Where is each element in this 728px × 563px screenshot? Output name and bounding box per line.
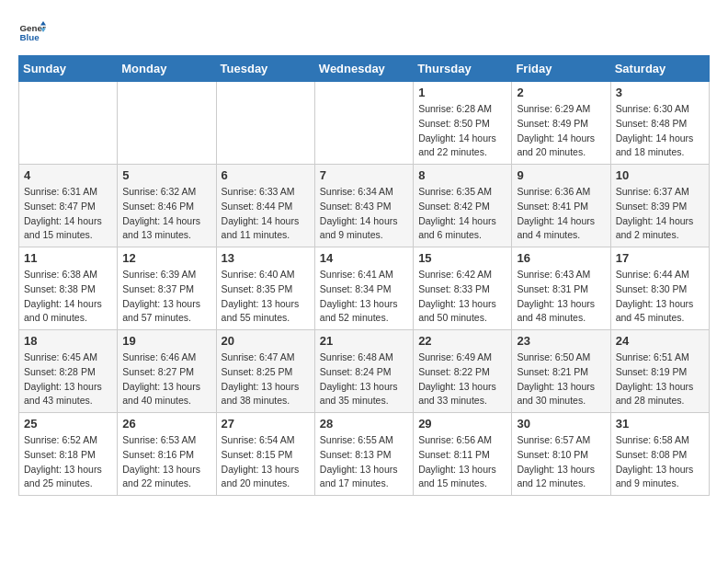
day-cell: 6Sunrise: 6:33 AMSunset: 8:44 PMDaylight… bbox=[216, 165, 314, 247]
day-number: 27 bbox=[222, 417, 310, 431]
day-cell: 9Sunrise: 6:36 AMSunset: 8:41 PMDaylight… bbox=[512, 165, 610, 247]
day-number: 12 bbox=[122, 251, 210, 265]
calendar-body: 1Sunrise: 6:28 AMSunset: 8:50 PMDaylight… bbox=[19, 82, 710, 496]
day-cell: 20Sunrise: 6:47 AMSunset: 8:25 PMDayligh… bbox=[216, 330, 314, 413]
day-cell: 28Sunrise: 6:55 AMSunset: 8:13 PMDayligh… bbox=[314, 413, 413, 496]
day-number: 26 bbox=[122, 417, 210, 431]
day-info: Sunrise: 6:39 AMSunset: 8:37 PMDaylight:… bbox=[122, 268, 210, 326]
day-info: Sunrise: 6:37 AMSunset: 8:39 PMDaylight:… bbox=[616, 185, 704, 243]
day-info: Sunrise: 6:31 AMSunset: 8:47 PMDaylight:… bbox=[24, 185, 112, 243]
day-number: 25 bbox=[24, 417, 112, 431]
weekday-header-wednesday: Wednesday bbox=[314, 56, 413, 82]
day-info: Sunrise: 6:53 AMSunset: 8:16 PMDaylight:… bbox=[122, 433, 210, 491]
weekday-header-tuesday: Tuesday bbox=[216, 56, 314, 82]
day-cell: 15Sunrise: 6:42 AMSunset: 8:33 PMDayligh… bbox=[414, 247, 512, 330]
week-row-4: 18Sunrise: 6:45 AMSunset: 8:28 PMDayligh… bbox=[19, 330, 710, 413]
day-info: Sunrise: 6:44 AMSunset: 8:30 PMDaylight:… bbox=[616, 268, 704, 326]
day-number: 13 bbox=[222, 251, 310, 265]
day-cell: 10Sunrise: 6:37 AMSunset: 8:39 PMDayligh… bbox=[610, 165, 709, 247]
day-info: Sunrise: 6:38 AMSunset: 8:38 PMDaylight:… bbox=[24, 268, 112, 326]
day-number: 22 bbox=[418, 334, 506, 348]
day-number: 3 bbox=[616, 86, 704, 99]
day-number: 31 bbox=[616, 417, 704, 431]
day-cell: 2Sunrise: 6:29 AMSunset: 8:49 PMDaylight… bbox=[512, 82, 610, 165]
day-number: 14 bbox=[320, 251, 408, 265]
day-number: 29 bbox=[418, 417, 506, 431]
day-cell: 24Sunrise: 6:51 AMSunset: 8:19 PMDayligh… bbox=[610, 330, 709, 413]
weekday-header-friday: Friday bbox=[512, 56, 610, 82]
calendar-table: SundayMondayTuesdayWednesdayThursdayFrid… bbox=[18, 55, 710, 496]
day-cell: 21Sunrise: 6:48 AMSunset: 8:24 PMDayligh… bbox=[314, 330, 413, 413]
day-info: Sunrise: 6:50 AMSunset: 8:21 PMDaylight:… bbox=[517, 350, 605, 408]
day-cell: 18Sunrise: 6:45 AMSunset: 8:28 PMDayligh… bbox=[19, 330, 118, 413]
day-cell: 13Sunrise: 6:40 AMSunset: 8:35 PMDayligh… bbox=[216, 247, 314, 330]
day-cell bbox=[118, 82, 216, 165]
logo-icon: General Blue bbox=[18, 18, 46, 46]
weekday-header-sunday: Sunday bbox=[19, 56, 118, 82]
day-number: 21 bbox=[320, 334, 408, 348]
day-number: 10 bbox=[616, 168, 704, 182]
day-info: Sunrise: 6:51 AMSunset: 8:19 PMDaylight:… bbox=[616, 350, 704, 408]
day-info: Sunrise: 6:46 AMSunset: 8:27 PMDaylight:… bbox=[122, 350, 210, 408]
day-cell: 19Sunrise: 6:46 AMSunset: 8:27 PMDayligh… bbox=[118, 330, 216, 413]
day-cell: 31Sunrise: 6:58 AMSunset: 8:08 PMDayligh… bbox=[610, 413, 709, 496]
day-number: 11 bbox=[24, 251, 112, 265]
day-cell: 26Sunrise: 6:53 AMSunset: 8:16 PMDayligh… bbox=[118, 413, 216, 496]
weekday-header-monday: Monday bbox=[118, 56, 216, 82]
week-row-2: 4Sunrise: 6:31 AMSunset: 8:47 PMDaylight… bbox=[19, 165, 710, 247]
day-info: Sunrise: 6:32 AMSunset: 8:46 PMDaylight:… bbox=[122, 185, 210, 243]
week-row-1: 1Sunrise: 6:28 AMSunset: 8:50 PMDaylight… bbox=[19, 82, 710, 165]
day-info: Sunrise: 6:34 AMSunset: 8:43 PMDaylight:… bbox=[320, 185, 408, 243]
day-number: 28 bbox=[320, 417, 408, 431]
day-cell bbox=[216, 82, 314, 165]
weekday-header-thursday: Thursday bbox=[414, 56, 512, 82]
day-number: 7 bbox=[320, 168, 408, 182]
day-cell: 27Sunrise: 6:54 AMSunset: 8:15 PMDayligh… bbox=[216, 413, 314, 496]
day-number: 16 bbox=[517, 251, 605, 265]
day-cell: 14Sunrise: 6:41 AMSunset: 8:34 PMDayligh… bbox=[314, 247, 413, 330]
day-cell: 11Sunrise: 6:38 AMSunset: 8:38 PMDayligh… bbox=[19, 247, 118, 330]
day-info: Sunrise: 6:29 AMSunset: 8:49 PMDaylight:… bbox=[517, 102, 605, 160]
day-number: 8 bbox=[418, 168, 506, 182]
logo: General Blue bbox=[18, 18, 46, 46]
weekday-header-saturday: Saturday bbox=[610, 56, 709, 82]
day-info: Sunrise: 6:54 AMSunset: 8:15 PMDaylight:… bbox=[222, 433, 310, 491]
week-row-3: 11Sunrise: 6:38 AMSunset: 8:38 PMDayligh… bbox=[19, 247, 710, 330]
day-number: 19 bbox=[122, 334, 210, 348]
day-info: Sunrise: 6:35 AMSunset: 8:42 PMDaylight:… bbox=[418, 185, 506, 243]
day-number: 15 bbox=[418, 251, 506, 265]
day-cell: 29Sunrise: 6:56 AMSunset: 8:11 PMDayligh… bbox=[414, 413, 512, 496]
day-number: 23 bbox=[517, 334, 605, 348]
day-info: Sunrise: 6:58 AMSunset: 8:08 PMDaylight:… bbox=[616, 433, 704, 491]
day-info: Sunrise: 6:36 AMSunset: 8:41 PMDaylight:… bbox=[517, 185, 605, 243]
day-cell: 22Sunrise: 6:49 AMSunset: 8:22 PMDayligh… bbox=[414, 330, 512, 413]
day-info: Sunrise: 6:48 AMSunset: 8:24 PMDaylight:… bbox=[320, 350, 408, 408]
day-info: Sunrise: 6:57 AMSunset: 8:10 PMDaylight:… bbox=[517, 433, 605, 491]
day-number: 1 bbox=[418, 86, 506, 99]
day-info: Sunrise: 6:55 AMSunset: 8:13 PMDaylight:… bbox=[320, 433, 408, 491]
day-info: Sunrise: 6:40 AMSunset: 8:35 PMDaylight:… bbox=[222, 268, 310, 326]
svg-text:Blue: Blue bbox=[20, 32, 40, 42]
day-info: Sunrise: 6:43 AMSunset: 8:31 PMDaylight:… bbox=[517, 268, 605, 326]
day-cell: 12Sunrise: 6:39 AMSunset: 8:37 PMDayligh… bbox=[118, 247, 216, 330]
day-info: Sunrise: 6:41 AMSunset: 8:34 PMDaylight:… bbox=[320, 268, 408, 326]
day-cell: 25Sunrise: 6:52 AMSunset: 8:18 PMDayligh… bbox=[19, 413, 118, 496]
day-cell: 23Sunrise: 6:50 AMSunset: 8:21 PMDayligh… bbox=[512, 330, 610, 413]
day-cell: 16Sunrise: 6:43 AMSunset: 8:31 PMDayligh… bbox=[512, 247, 610, 330]
day-number: 17 bbox=[616, 251, 704, 265]
day-info: Sunrise: 6:45 AMSunset: 8:28 PMDaylight:… bbox=[24, 350, 112, 408]
day-number: 20 bbox=[222, 334, 310, 348]
day-info: Sunrise: 6:52 AMSunset: 8:18 PMDaylight:… bbox=[24, 433, 112, 491]
day-info: Sunrise: 6:30 AMSunset: 8:48 PMDaylight:… bbox=[616, 102, 704, 160]
day-cell: 3Sunrise: 6:30 AMSunset: 8:48 PMDaylight… bbox=[610, 82, 709, 165]
day-number: 24 bbox=[616, 334, 704, 348]
day-cell bbox=[314, 82, 413, 165]
day-cell: 30Sunrise: 6:57 AMSunset: 8:10 PMDayligh… bbox=[512, 413, 610, 496]
day-info: Sunrise: 6:42 AMSunset: 8:33 PMDaylight:… bbox=[418, 268, 506, 326]
day-number: 9 bbox=[517, 168, 605, 182]
day-cell: 4Sunrise: 6:31 AMSunset: 8:47 PMDaylight… bbox=[19, 165, 118, 247]
day-cell: 17Sunrise: 6:44 AMSunset: 8:30 PMDayligh… bbox=[610, 247, 709, 330]
day-number: 30 bbox=[517, 417, 605, 431]
day-info: Sunrise: 6:33 AMSunset: 8:44 PMDaylight:… bbox=[222, 185, 310, 243]
weekday-header-row: SundayMondayTuesdayWednesdayThursdayFrid… bbox=[19, 56, 710, 82]
